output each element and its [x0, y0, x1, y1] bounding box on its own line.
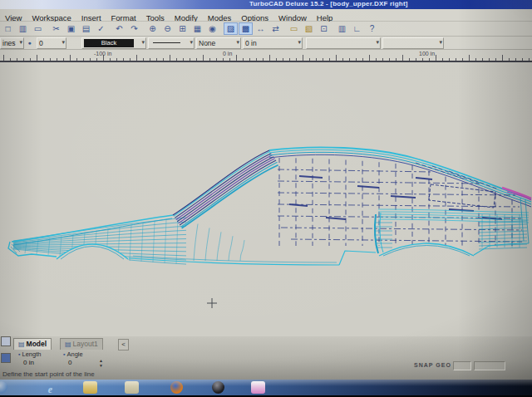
car-wireframe-drawing [0, 62, 532, 336]
chevron-down-icon[interactable]: ▾ [190, 39, 193, 46]
undo-icon[interactable]: ↶ [112, 22, 126, 35]
lock-icon[interactable]: ▪ [18, 351, 20, 357]
ruler-tick [422, 58, 423, 61]
folder-icon[interactable] [83, 381, 97, 394]
wireframe-line [278, 181, 479, 184]
lock-icon[interactable]: ▪ [63, 351, 65, 357]
open-file-icon[interactable]: ▭ [31, 22, 45, 35]
zoom-extents-icon[interactable]: ▦ [190, 22, 204, 35]
wireframe-line [240, 240, 244, 261]
tab-label: Model [27, 340, 47, 348]
format-painter-icon[interactable]: ✓ [94, 22, 108, 35]
wireframe-line [176, 218, 178, 264]
layer-level-combo[interactable]: 0▾ [37, 37, 66, 49]
toolbar-separator [108, 22, 111, 32]
ruler-tick [196, 58, 197, 61]
previous-view-icon[interactable]: ◉ [205, 22, 219, 35]
chevron-down-icon[interactable]: ▾ [376, 39, 379, 46]
ruler-tick [170, 55, 170, 61]
ruler-tick [456, 58, 456, 61]
field-value-input[interactable]: 0 [68, 359, 71, 366]
copy-icon[interactable]: ▣ [64, 22, 78, 35]
ruler-tick [83, 58, 84, 61]
title-bar: TurboCAD Deluxe 15.2 - [body_upper.DXF r… [0, 0, 532, 9]
group-icon[interactable]: ⊡ [317, 22, 331, 35]
snap-toggle-icon[interactable]: ▨ [224, 22, 238, 35]
firefox-icon[interactable] [170, 381, 183, 394]
cut-icon[interactable]: ✂ [49, 22, 63, 35]
wireframe-line [339, 251, 376, 265]
insert-picture-icon[interactable]: ▧ [302, 22, 316, 35]
pan-icon[interactable]: ↔ [254, 22, 268, 35]
tab-label: Layout1 [73, 340, 98, 348]
look-at-icon[interactable]: ⇄ [268, 22, 283, 35]
ruler-tick [243, 58, 244, 61]
text-style-combo[interactable]: ▾ [306, 37, 381, 49]
ruler-tick [116, 58, 117, 61]
extra-combo[interactable]: ▾ [382, 37, 444, 49]
tab-layout1[interactable]: ▤Layout1 [60, 338, 103, 350]
grid-toggle-icon[interactable]: ▩ [239, 22, 253, 35]
ruler-tick [23, 58, 24, 61]
chevron-down-icon[interactable]: ▾ [236, 39, 239, 46]
chevron-down-icon[interactable]: ▾ [439, 39, 442, 46]
chevron-down-icon[interactable]: ▾ [62, 39, 65, 46]
zoom-window-icon[interactable]: ⊞ [175, 22, 190, 35]
field-label: ▪Angle [63, 350, 105, 358]
wireframe-line [357, 186, 379, 188]
zoom-in-icon[interactable]: ⊕ [145, 22, 160, 35]
pink-app-icon[interactable] [251, 381, 265, 394]
drawing-canvas[interactable] [0, 62, 532, 336]
tab-model[interactable]: ▤Model [13, 338, 52, 350]
pen-color-combo[interactable]: Black▾ [81, 37, 146, 49]
pen-style-combo[interactable]: ▾ [148, 37, 195, 49]
ruler-tick [276, 58, 277, 61]
spinner-down-icon[interactable]: ▼ [98, 364, 104, 368]
chevron-down-icon[interactable]: ▾ [298, 39, 301, 46]
pen-width-combo[interactable]: 0 in▾ [243, 37, 303, 49]
redo-icon[interactable]: ↷ [127, 22, 141, 35]
wireframe-line [289, 204, 308, 206]
layer-combo[interactable]: ines▾ [0, 37, 24, 49]
status-prompt: Define the start point of the line [2, 370, 95, 378]
snap-indicators[interactable]: SNAP GEO [414, 362, 451, 368]
ruler-label: -100 in [94, 51, 111, 56]
internet-explorer-icon[interactable]: e [43, 381, 57, 394]
sheet-tabs-row: < ▤Model▤Layout1 [0, 337, 532, 350]
ruler-tick [229, 58, 230, 61]
wireframe-line [194, 224, 198, 262]
ucs-icon[interactable]: ∟ [350, 22, 364, 35]
layer-value: ines [2, 39, 16, 47]
media-app-icon[interactable] [212, 381, 224, 394]
field-label-text: Length [22, 350, 41, 358]
chevron-down-icon[interactable]: ▾ [141, 39, 145, 46]
ruler-tick [143, 58, 144, 61]
ruler-tick [382, 58, 383, 61]
new-document-icon[interactable]: □ [1, 22, 15, 35]
print-icon[interactable]: ▥ [16, 22, 30, 35]
tab-scroll-left-button[interactable]: < [118, 339, 129, 350]
brush-pattern-combo[interactable]: None▾ [196, 37, 241, 49]
start-orb-icon[interactable] [0, 381, 7, 394]
documents-folder-icon[interactable] [125, 381, 139, 394]
docked-palette-icon[interactable] [1, 353, 11, 363]
ruler-tick [515, 58, 516, 61]
brush-pattern-value: None [199, 39, 215, 47]
context-help-icon[interactable]: ? [365, 22, 379, 35]
toolbar-separator [45, 22, 48, 32]
field-value-input[interactable]: 0 in [23, 359, 34, 366]
new-sheet-icon[interactable]: ▥ [335, 22, 349, 35]
sheet-icon: ▤ [65, 341, 71, 348]
ruler-tick [442, 58, 443, 61]
zoom-out-icon[interactable]: ⊖ [160, 22, 175, 35]
status-cell-2 [474, 361, 505, 370]
wireframe-line [229, 236, 233, 261]
ruler-tick [462, 58, 463, 61]
paste-icon[interactable]: ▤ [79, 22, 93, 35]
chevron-down-icon[interactable]: ▾ [19, 39, 22, 46]
layer-visibility-eye-icon[interactable]: ● [25, 39, 34, 47]
bottom-panel: < ▤Model▤Layout1 ▪Length0 in▪Angle0▲▼ De… [0, 336, 532, 380]
property-toolbar: ● ines▾0▾Black▾▾None▾0 in▾▾▾ [0, 37, 532, 50]
open-folder-icon[interactable]: ▭ [287, 22, 301, 35]
ruler-tick [416, 58, 416, 61]
